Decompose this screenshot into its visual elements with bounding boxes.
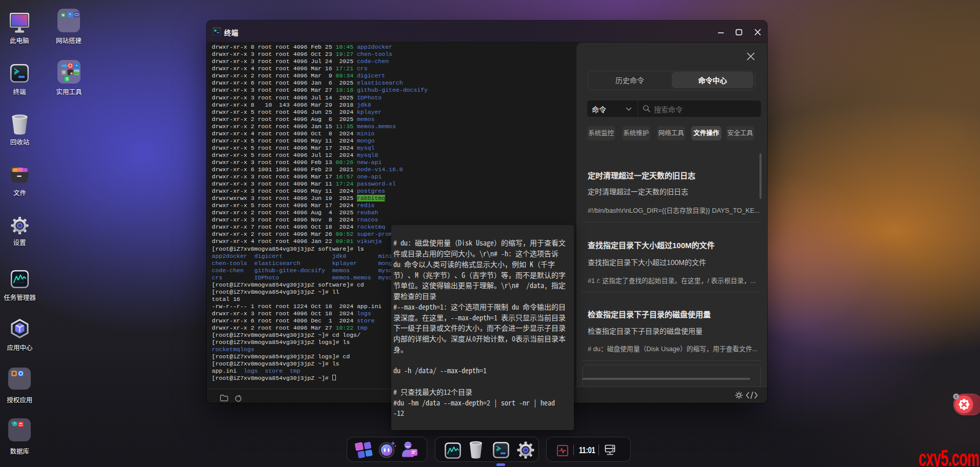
svg-text:N: N: [62, 13, 64, 17]
svg-text:*: *: [69, 12, 71, 17]
svg-text:*: *: [76, 64, 78, 69]
svg-text:S: S: [66, 76, 69, 82]
